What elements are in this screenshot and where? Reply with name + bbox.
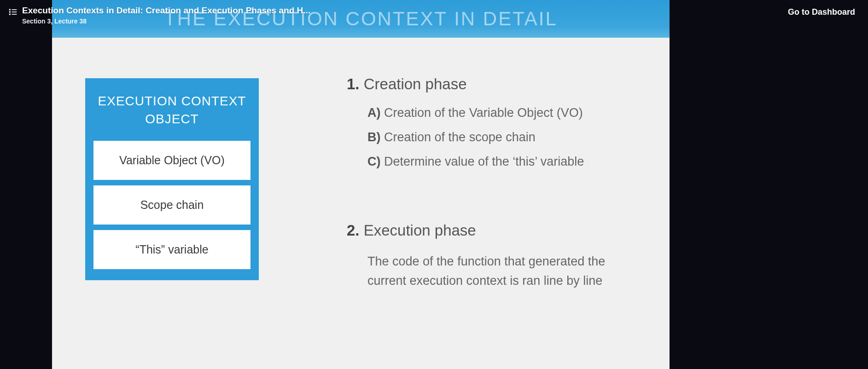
phase2-heading: 2. Execution phase — [347, 222, 651, 239]
phase1-title: Creation phase — [364, 75, 467, 92]
execution-context-box: EXECUTION CONTEXT OBJECT Variable Object… — [85, 78, 259, 280]
phase1-sub-a-letter: A) — [367, 106, 381, 120]
header-text: Execution Contexts in Detail: Creation a… — [22, 6, 310, 25]
phase1-sub-c-text: Determine value of the ‘this’ variable — [384, 155, 584, 168]
video-viewport[interactable]: THE EXECUTION CONTEXT IN DETAIL EXECUTIO… — [52, 0, 670, 369]
phase2-title: Execution phase — [364, 222, 476, 239]
phase1-sub-b: B) Creation of the scope chain — [367, 130, 651, 144]
ec-item-scope: Scope chain — [93, 185, 250, 225]
phases-column: 1. Creation phase A) Creation of the Var… — [347, 75, 651, 291]
phase1-number: 1. — [347, 75, 360, 92]
phase2-description: The code of the function that generated … — [367, 252, 607, 291]
svg-point-2 — [9, 12, 10, 12]
ec-item-vo: Variable Object (VO) — [93, 141, 250, 180]
lecture-meta: Section 3, Lecture 38 — [22, 17, 310, 25]
phase1-sub-b-letter: B) — [367, 130, 381, 144]
lecture-title: Execution Contexts in Detail: Creation a… — [22, 6, 310, 16]
phase2-number: 2. — [347, 222, 360, 239]
ec-box-title: EXECUTION CONTEXT OBJECT — [93, 92, 250, 128]
slide-body: EXECUTION CONTEXT OBJECT Variable Object… — [52, 38, 670, 369]
phase1-heading: 1. Creation phase — [347, 75, 651, 93]
phase1-sub-c-letter: C) — [367, 155, 381, 168]
course-contents-icon[interactable] — [8, 7, 17, 17]
go-to-dashboard-link[interactable]: Go to Dashboard — [788, 7, 855, 17]
svg-point-0 — [9, 9, 10, 10]
phase2-block: 2. Execution phase The code of the funct… — [347, 222, 651, 291]
phase1-sub-a: A) Creation of the Variable Object (VO) — [367, 106, 651, 120]
left-pillarbox — [0, 0, 52, 369]
ec-item-this: “This” variable — [93, 230, 250, 269]
phase1-sub-a-text: Creation of the Variable Object (VO) — [384, 106, 583, 120]
phase1-sub-c: C) Determine value of the ‘this’ variabl… — [367, 155, 651, 169]
phase1-sub-b-text: Creation of the scope chain — [384, 130, 536, 144]
svg-point-4 — [9, 14, 10, 15]
right-pillarbox — [670, 0, 868, 369]
